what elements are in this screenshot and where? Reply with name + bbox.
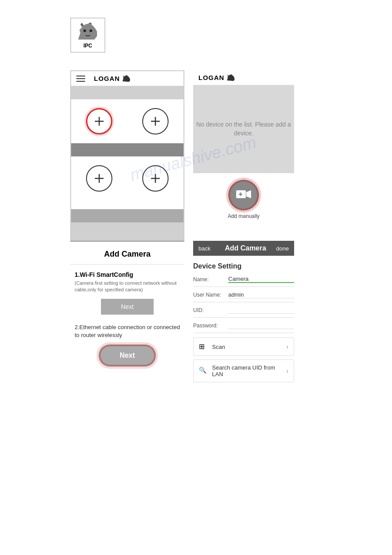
plus-icon-2 [149,115,162,128]
field-label-uid: UID: [193,307,228,313]
back-button[interactable]: back [198,245,210,252]
no-device-text: No device on the list. Please add a devi… [193,120,294,138]
field-input-uid[interactable] [228,307,294,314]
phone-left-header: LOGAN [71,71,183,86]
add-camera-left-title: Add Camera [70,246,184,265]
phone-bottom-bar [71,209,183,222]
hamburger-icon[interactable] [76,76,85,82]
add-manually-label: Add manually [228,213,260,219]
add-circle-2[interactable] [142,108,169,134]
add-camera-header: back Add Camera done [193,241,294,256]
add-video-icon [236,189,252,201]
phone-gray-bar-top [71,86,183,99]
logan-brand-right: LOGAN [198,74,236,81]
phone-left: LOGAN [70,70,184,241]
qr-scan-icon: ⊞ [199,342,208,351]
add-video-button[interactable] [228,180,259,210]
phone-grid [71,99,183,143]
search-lan-icon: 🔍 [199,366,208,375]
add-circle-3[interactable] [86,165,112,192]
wifi-desc: (Camera first setting to connect network… [75,280,180,294]
field-row-username: User Name: [193,291,294,302]
wifi-section: 1.Wi-Fi SmartConfig (Camera first settin… [70,271,184,315]
add-manually-area: Add manually [193,173,294,226]
ipc-logo-icon [76,22,100,42]
next-button-1[interactable]: Next [101,299,154,315]
phone-footer [71,222,183,240]
field-input-password[interactable] [228,322,294,329]
field-input-username[interactable] [228,291,294,298]
plus-icon-1 [93,115,106,128]
logan-brand-left: LOGAN [94,75,131,82]
phone-dark-bar [71,143,183,156]
plus-icon-3 [93,172,106,185]
ethernet-title: 2.Ethernet cable connection or connected… [75,323,180,339]
top-logo-area: IPC [0,0,392,62]
logo-box: IPC [70,18,105,53]
add-circle-highlighted[interactable] [86,108,112,134]
main-content: LOGAN [0,62,392,241]
field-row-name: Name: [193,276,294,287]
field-label-username: User Name: [193,292,228,298]
search-chevron-icon: › [286,367,288,374]
field-row-password: Password: [193,322,294,333]
next-button-2[interactable]: Next [99,345,156,366]
brand-text-left: LOGAN [94,75,120,82]
phone-cell-3[interactable] [71,156,127,200]
wifi-title: 1.Wi-Fi SmartConfig [75,271,180,278]
brand-text-right: LOGAN [198,74,224,81]
logan-wolf-icon-left [122,75,131,82]
svg-point-3 [81,27,95,38]
bottom-content: Add Camera 1.Wi-Fi SmartConfig (Camera f… [0,241,392,386]
no-device-area: No device on the list. Please add a devi… [193,85,294,173]
svg-marker-18 [227,74,229,76]
scan-label: Scan [212,344,286,350]
add-camera-header-title: Add Camera [215,244,276,252]
field-label-password: Password: [193,323,228,329]
phone-cell-4[interactable] [127,156,183,200]
svg-marker-21 [246,190,251,198]
logan-wolf-icon-right [226,74,236,81]
plus-icon-4 [149,172,162,185]
add-circle-4[interactable] [142,165,169,192]
field-input-name[interactable] [228,276,294,283]
phone-bottom-section [71,156,183,209]
field-label-name: Name: [193,276,228,283]
svg-marker-7 [123,75,124,76]
scan-chevron-icon: › [286,343,288,350]
svg-point-5 [90,29,92,32]
add-camera-left: Add Camera 1.Wi-Fi SmartConfig (Camera f… [70,241,184,386]
phone-right-header: LOGAN [193,70,294,85]
phone-right: LOGAN No device on the list. Please add … [193,70,294,241]
field-row-uid: UID: [193,307,294,318]
ethernet-section: 2.Ethernet cable connection or connected… [70,323,184,366]
search-label: Search camera UID from LAN [212,364,286,377]
svg-point-4 [83,29,86,32]
search-row[interactable]: 🔍 Search camera UID from LAN › [193,359,294,382]
device-setting-title: Device Setting [193,262,294,270]
done-button[interactable]: done [276,245,289,252]
phone-cell-2[interactable] [127,99,183,143]
logo-label: IPC [83,43,92,49]
scan-row[interactable]: ⊞ Scan › [193,337,294,356]
phone-cell-1[interactable] [71,99,127,143]
add-camera-right: back Add Camera done Device Setting Name… [193,241,294,386]
